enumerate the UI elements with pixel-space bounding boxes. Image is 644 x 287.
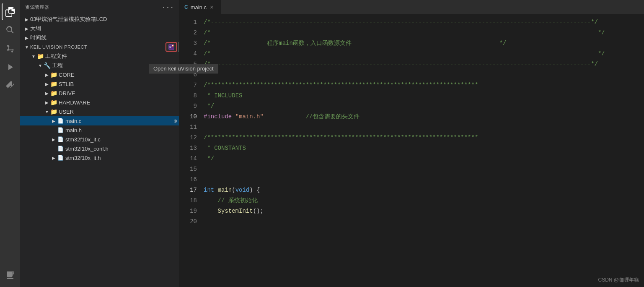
code-line-3: /* 程序main函数，入口函数源文件 */ — [204, 38, 644, 49]
tree-item-user[interactable]: 📁 USER — [20, 107, 179, 116]
folder-icon-stlib: 📁 — [50, 81, 57, 87]
label-stlib: STLIB — [59, 81, 179, 87]
extensions-icon[interactable] — [2, 77, 18, 94]
comment-1: /*--------------------------------------… — [204, 18, 598, 27]
label-project03: 03甲烷沼气泄漏模拟实验箱LCD — [30, 16, 179, 23]
line-num-7: 7 — [179, 80, 197, 91]
arrow-project03 — [23, 16, 30, 23]
main-function: main — [218, 185, 232, 195]
code-line-18: // 系统初始化 — [204, 196, 644, 206]
tree-item-stm32-it-c[interactable]: 📄 stm32f10x_it.c — [20, 135, 179, 144]
comment-8: * INCLUDES — [204, 91, 242, 100]
line-numbers: 1 2 3 4 5 6 7 8 9 10 11 12 13 14 15 16 1… — [179, 15, 200, 287]
tree-item-stm32-conf-h[interactable]: 📄 stm32f10x_conf.h — [20, 144, 179, 153]
run-icon[interactable] — [2, 59, 18, 76]
label-drive: DRIVE — [59, 90, 179, 97]
keil-open-button[interactable]: K — [166, 42, 177, 52]
arrow-outline — [23, 25, 30, 32]
paren-void: ( — [232, 185, 235, 195]
files-icon[interactable] — [2, 3, 18, 20]
line-num-3: 3 — [179, 38, 197, 49]
code-line-19: SystemInit (); — [204, 206, 644, 217]
sidebar-more-button[interactable]: ··· — [162, 4, 174, 11]
arrow-stm32-it-c — [50, 136, 57, 143]
tree-item-hardware[interactable]: 📁 HARDWARE — [20, 98, 179, 107]
code-line-6 — [204, 70, 644, 80]
label-outline: 大纲 — [30, 25, 179, 32]
line-num-8: 8 — [179, 91, 197, 101]
file-icon-main-h: 📄 — [57, 127, 64, 133]
code-content[interactable]: /*--------------------------------------… — [200, 15, 644, 287]
arrow-timeline — [23, 34, 30, 41]
line-num-14: 14 — [179, 154, 197, 164]
arrow-project-files — [30, 53, 37, 60]
tree-item-outline[interactable]: 大纲 — [20, 24, 179, 33]
include-path: "main.h" — [235, 112, 264, 121]
tab-bar: C main.c × — [179, 0, 644, 15]
label-main-h: main.h — [65, 127, 179, 133]
sidebar-title: 资源管理器 — [25, 4, 49, 10]
label-timeline: 时间线 — [30, 34, 179, 42]
file-tree: 03甲烷沼气泄漏模拟实验箱LCD 大纲 时间线 KEIL UVISION PRO… — [20, 15, 179, 287]
tree-item-project-files[interactable]: 📁 工程文件 — [20, 52, 179, 61]
sysinit-call: SystemInit — [218, 206, 253, 216]
tree-item-core[interactable]: 📁 CORE — [20, 70, 179, 79]
line-num-1: 1 — [179, 17, 197, 28]
tab-main-c[interactable]: C main.c × — [179, 0, 221, 14]
line-num-19: 19 — [179, 206, 197, 217]
editor-area: C main.c × 1 2 3 4 5 6 7 8 9 10 11 12 13… — [179, 0, 644, 287]
arrow-project — [37, 62, 44, 69]
file-icon-stm32-it-c: 📄 — [57, 136, 64, 143]
folder-icon-drive: 📁 — [50, 90, 57, 97]
copy-icon-main-c: ⊕ — [173, 118, 177, 124]
tree-item-keil[interactable]: KEIL UVISION PROJECT K Open keil uVision… — [20, 42, 179, 52]
code-line-15 — [204, 164, 644, 175]
include-comment: //包含需要的头文件 — [306, 112, 360, 121]
sidebar: 资源管理器 ··· 03甲烷沼气泄漏模拟实验箱LCD 大纲 时间线 KEIL U… — [20, 0, 179, 287]
label-user: USER — [59, 109, 179, 115]
folder-icon-hardware: 📁 — [50, 99, 57, 106]
code-line-14: */ — [204, 154, 644, 164]
line-num-15: 15 — [179, 164, 197, 175]
folder-icon-core: 📁 — [50, 71, 57, 78]
tree-item-project[interactable]: 🔧 工程 — [20, 61, 179, 70]
label-hardware: HARDWARE — [59, 99, 179, 106]
arrow-main-c — [50, 117, 57, 124]
tree-item-stm32-it-h[interactable]: 📄 stm32f10x_it.h — [20, 153, 179, 162]
code-line-4: /* */ — [204, 49, 644, 59]
line-num-4: 4 — [179, 49, 197, 59]
code-editor[interactable]: 1 2 3 4 5 6 7 8 9 10 11 12 13 14 15 16 1… — [179, 15, 644, 287]
tab-c-file-icon: C — [184, 4, 188, 10]
project-icon: 🔧 — [44, 62, 50, 69]
tree-item-drive[interactable]: 📁 DRIVE — [20, 89, 179, 98]
line-num-2: 2 — [179, 28, 197, 38]
arrow-stlib — [44, 81, 50, 87]
code-line-17: int main ( void ) { — [204, 185, 644, 196]
label-project-files: 工程文件 — [45, 52, 179, 60]
comment-4: /* */ — [204, 49, 605, 58]
label-stm32-conf-h: stm32f10x_conf.h — [65, 146, 179, 152]
label-main-c: main.c — [65, 118, 173, 124]
tree-item-stlib[interactable]: 📁 STLIB — [20, 79, 179, 89]
tree-item-project03[interactable]: 03甲烷沼气泄漏模拟实验箱LCD — [20, 15, 179, 24]
arrow-core — [44, 71, 50, 78]
comment-5: /*--------------------------------------… — [204, 60, 598, 69]
comment-9: */ — [204, 102, 214, 111]
code-line-13: * CONSTANTS — [204, 143, 644, 154]
arrow-keil — [23, 44, 30, 50]
arrow-hardware — [44, 99, 50, 106]
file-icon-stm32-it-h: 📄 — [57, 154, 64, 161]
arrow-user — [44, 108, 50, 115]
tree-item-timeline[interactable]: 时间线 — [20, 33, 179, 42]
tree-item-main-h[interactable]: 📄 main.h — [20, 125, 179, 135]
tab-close-button[interactable]: × — [209, 3, 214, 11]
stars-12: /***************************************… — [204, 133, 478, 142]
comment-2: /* */ — [204, 28, 605, 37]
search-icon[interactable] — [2, 22, 18, 39]
remote-icon[interactable] — [2, 267, 18, 284]
line-num-13: 13 — [179, 143, 197, 154]
source-control-icon[interactable] — [2, 40, 18, 57]
tree-item-main-c[interactable]: 📄 main.c ⊕ — [20, 116, 179, 125]
code-line-8: * INCLUDES — [204, 91, 644, 101]
code-line-10: #include "main.h" //包含需要的头文件 — [204, 112, 644, 122]
